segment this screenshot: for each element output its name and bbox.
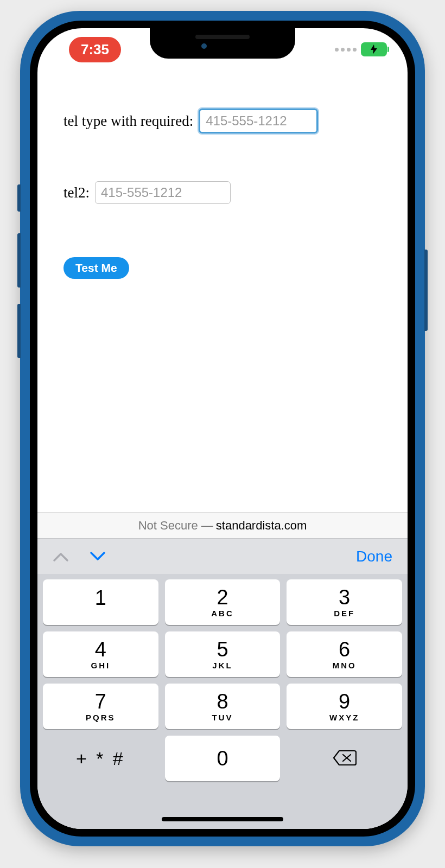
volume-down-button [17,304,21,358]
url-security-label: Not Secure — [138,519,213,533]
battery-icon [361,42,387,56]
url-bar[interactable]: Not Secure — standardista.com [37,512,408,538]
key-5[interactable]: 5 JKL [165,631,281,677]
home-indicator-area [37,786,408,829]
url-domain: standardista.com [216,519,307,533]
tel2-label: tel2: [63,184,90,201]
key-7[interactable]: 7 PQRS [43,684,158,729]
key-2[interactable]: 2 ABC [165,579,281,625]
key-backspace[interactable] [287,736,402,781]
keyboard-done-button[interactable]: Done [356,548,392,565]
phone-frame: 7:35 tel type with required: tel2: [20,11,425,846]
key-0[interactable]: 0 [165,736,281,781]
key-6[interactable]: 6 MNO [287,631,402,677]
key-9[interactable]: 9 WXYZ [287,684,402,729]
power-button [424,250,428,331]
key-4[interactable]: 4 GHI [43,631,158,677]
volume-up-button [17,233,21,288]
backspace-icon [333,749,357,768]
tel1-label: tel type with required: [63,113,193,130]
signal-dots-icon [335,48,357,52]
test-me-button[interactable]: Test Me [63,257,129,279]
keyboard-accessory-bar: Done [37,538,408,574]
key-symbols[interactable]: + * # [43,736,158,781]
numeric-keypad: 1 2 ABC 3 DEF 4 GHI 5 JKL [37,574,408,786]
tel2-input[interactable] [95,181,231,204]
key-8[interactable]: 8 TUV [165,684,281,729]
previous-field-button [53,551,69,562]
tel1-input[interactable] [199,108,318,133]
web-content: tel type with required: tel2: Test Me [37,71,408,512]
next-field-button[interactable] [90,551,106,562]
key-3[interactable]: 3 DEF [287,579,402,625]
home-indicator[interactable] [162,817,283,821]
notch [150,28,295,59]
status-time: 7:35 [69,37,121,62]
mute-switch [17,184,21,212]
key-1[interactable]: 1 [43,579,158,625]
